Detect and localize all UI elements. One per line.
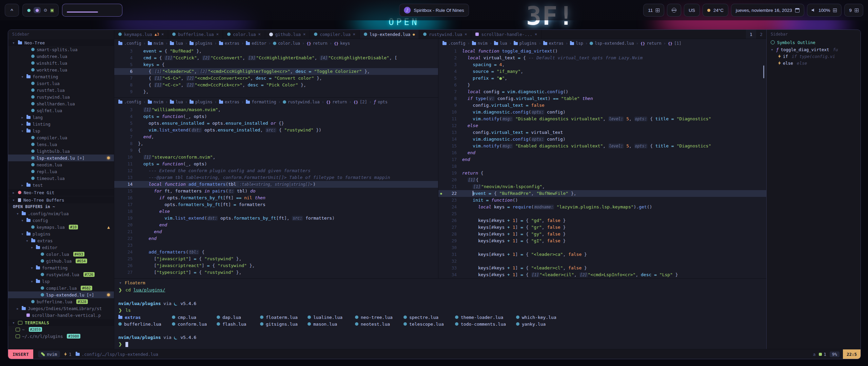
- section-neo-tree[interactable]: ▾Neo-Tree: [8, 39, 114, 46]
- code-line-9[interactable]: 9{: [114, 147, 438, 154]
- tree-item-lightbulb-lua[interactable]: lightbulb.lua: [8, 148, 114, 155]
- code-line-25[interactable]: 25: [438, 210, 766, 217]
- tree-item-plugins[interactable]: ▾plugins: [8, 230, 114, 237]
- code-line-15[interactable]: 15 vim.notify(msg: "Enabled diagnostics …: [438, 143, 766, 149]
- tree-item-rustywind-lua[interactable]: rustywind.lua: [8, 94, 114, 100]
- code-line-8[interactable]: 8 { [1]"<C-c>", [2]"<cmd>CccPick<cr>", d…: [114, 82, 438, 88]
- code-line-6[interactable]: 6 }: [438, 82, 766, 88]
- close-icon[interactable]: ×: [303, 32, 305, 37]
- code-line-24[interactable]: 24 add_formatters(tbl: {: [114, 249, 438, 256]
- chevron-icon[interactable]: ▸: [20, 116, 24, 119]
- scrollbar-handle[interactable]: [763, 65, 764, 78]
- code-line-32[interactable]: 32: [438, 258, 766, 265]
- tree-item-neodim-lua[interactable]: neodim.lua: [8, 161, 114, 168]
- code-line-29[interactable]: 29 keys[#keys + 1] = { "gI", false }: [438, 238, 766, 244]
- tree-item-smart-splits-lua[interactable]: smart-splits.lua: [8, 46, 114, 53]
- tree-item-extras[interactable]: ▾extras: [8, 237, 114, 244]
- close-icon[interactable]: ×: [535, 32, 537, 37]
- section-terminals[interactable]: ▾TERMINALS: [8, 319, 114, 326]
- outline-item-else[interactable]: elseelse: [767, 60, 861, 66]
- workspace-3-icon[interactable]: ⊙: [44, 8, 47, 12]
- editor-pane-lsp-extended-lua[interactable]: .config›nvim›lua›plugins›extras›lsp›lsp-…: [438, 39, 766, 278]
- code-line-18[interactable]: 18 else: [114, 208, 438, 215]
- section-neo-tree-git[interactable]: ▸Neo-Tree Git: [8, 189, 114, 196]
- code-line-3[interactable]: 3 spacing = 4,: [438, 61, 766, 68]
- outline-item-if[interactable]: ifif type(config.vi: [767, 53, 861, 60]
- floaterm-panel[interactable]: ▾Floaterm❯cd lua/plugins/nvim/lua/plugin…: [114, 278, 766, 349]
- code-line-5[interactable]: 5 prefix = "●",: [438, 75, 766, 82]
- tree-item-linting[interactable]: ▸linting: [8, 121, 114, 127]
- chevron-icon[interactable]: ▾: [12, 198, 16, 202]
- code-line-34[interactable]: 34 keys[#keys + 1] = { [1]"<leader>cil",…: [438, 271, 766, 278]
- code-line-28[interactable]: 28 keys[#keys + 1] = { "gy", false }: [438, 231, 766, 238]
- editor-pane-rustywind-lua[interactable]: .config›nvim›lua›plugins›extras›formatti…: [114, 98, 438, 278]
- tree-item-lsp[interactable]: ▾lsp: [8, 127, 114, 134]
- chevron-icon[interactable]: ▸: [20, 183, 24, 187]
- workspace-1-icon[interactable]: ●: [27, 8, 31, 12]
- code-line-24[interactable]: 24 local keys = require(modname: "lazyvi…: [438, 204, 766, 210]
- chevron-icon[interactable]: ▾: [118, 281, 122, 285]
- code-line-7[interactable]: 7 { [1]"<S-C>", [2]"<cmd>CccConvert<cr>"…: [114, 75, 438, 82]
- workspace-switcher[interactable]: ● ● ⊙ ▣: [22, 4, 59, 17]
- tree-item-keymaps-lua[interactable]: keymaps.lua#10▲: [8, 224, 114, 230]
- chevron-icon[interactable]: ▾: [770, 48, 774, 52]
- code-line-23[interactable]: 23 init = function(): [438, 197, 766, 204]
- tree-item-config[interactable]: ▾config: [8, 217, 114, 224]
- tree-item-worktree-lua[interactable]: worktree.lua: [8, 66, 114, 73]
- tree-item-lsp-extended-lu[interactable]: lsp-extended.lu[+]: [8, 155, 114, 161]
- code-line-16[interactable]: 16 if opts.formatters_by_ft[ft] == nil t…: [114, 195, 438, 201]
- code-line-25[interactable]: 25 ["javascript"] = { "rustywind" },: [114, 256, 438, 262]
- tree-item-juegos-indies-steamlibrary-st[interactable]: ▸Juegos/Indies/SteamLibrary/st: [8, 305, 114, 312]
- keyboard-globe-module[interactable]: [667, 4, 681, 17]
- code-line-33[interactable]: 33 keys[#keys + 1] = { "<leader>cl", fal…: [438, 265, 766, 271]
- volume-module[interactable]: 100%: [807, 4, 842, 17]
- close-icon[interactable]: ×: [353, 32, 355, 37]
- tree-item-rustfmt-lua[interactable]: rustfmt.lua: [8, 87, 114, 94]
- code-line-8[interactable]: 8},: [114, 140, 438, 147]
- code-line-22[interactable]: 22 end: [114, 235, 438, 242]
- code-line-6[interactable]: 6 vim.list_extend(dst: opts.ensure_insta…: [114, 127, 438, 134]
- terminal-item-2859[interactable]: ~#2859: [8, 326, 114, 333]
- tabpage-1[interactable]: 1: [746, 30, 756, 39]
- workspace-2-icon[interactable]: ●: [34, 7, 40, 13]
- close-icon[interactable]: ×: [161, 32, 164, 37]
- code-line-18[interactable]: 18: [438, 163, 766, 170]
- keyboard-layout-module[interactable]: US: [684, 4, 700, 17]
- editor-pane-color-lua[interactable]: .config›nvim›lua›plugins›extras›editor›c…: [114, 39, 438, 98]
- workspace-4-icon[interactable]: ▣: [50, 8, 54, 12]
- code-line-13[interactable]: 13 ---@param tbl table<string, conform.F…: [114, 174, 438, 181]
- code-line-12[interactable]: 12 --- Extend the conform plugin config …: [114, 167, 438, 174]
- code-line-10[interactable]: 10 [1]"stevearc/conform.nvim",: [114, 154, 438, 161]
- tree-item-rustywind-lua[interactable]: rustywind.lua#726: [8, 271, 114, 278]
- code-area-lsp-extended-lua[interactable]: 1local function toggle_diag_virtext()2 l…: [438, 48, 766, 278]
- launcher-button[interactable]: ^: [5, 4, 19, 17]
- code-line-30[interactable]: 30: [438, 244, 766, 251]
- chevron-icon[interactable]: ▾: [20, 75, 24, 79]
- tree-item-config-nvim-lua[interactable]: ▾.config/nvim/lua: [8, 210, 114, 217]
- code-line-15[interactable]: 15 for ft, formatters in pairs(t: tbl) d…: [114, 188, 438, 195]
- tree-item-color-lua[interactable]: color.lua#493: [8, 251, 114, 258]
- code-line-9[interactable]: 9 config.virtual_text = false: [438, 102, 766, 109]
- code-line-3[interactable]: 3 [1]"williamboman/mason.nvim",: [114, 106, 438, 113]
- tab-keymaps-lua[interactable]: keymaps.lua▲3×: [114, 30, 168, 39]
- tray-module[interactable]: 9: [844, 4, 863, 17]
- code-line-26[interactable]: 26 keys[#keys + 1] = { "gd", false }: [438, 217, 766, 224]
- code-line-5[interactable]: 5 opts.ensure_installed = opts.ensure_in…: [114, 120, 438, 127]
- tree-item-shellharden-lua[interactable]: shellharden.lua: [8, 100, 114, 107]
- tab-lsp-extended-lua[interactable]: lsp-extended.lua●: [360, 30, 419, 39]
- code-area-rustywind-lua[interactable]: 3 [1]"williamboman/mason.nvim",4 opts = …: [114, 106, 438, 278]
- close-icon[interactable]: ×: [216, 32, 219, 37]
- date-module[interactable]: jueves, noviembre 16, 2023: [731, 4, 804, 17]
- tab-rustywind-lua[interactable]: rustywind.lua×: [419, 30, 471, 39]
- code-line-7[interactable]: 7 end,: [114, 134, 438, 140]
- code-line-27[interactable]: 27 keys[#keys + 1] = { "gr", false }: [438, 224, 766, 231]
- code-line-19[interactable]: 19 vim.list_extend(dst: opts.formatters_…: [114, 215, 438, 222]
- close-icon[interactable]: ×: [465, 32, 467, 37]
- tree-item-lsp-extended-lu[interactable]: lsp-extended.lu[+]: [8, 291, 114, 298]
- chevron-icon[interactable]: ▾: [16, 212, 20, 216]
- chevron-icon[interactable]: ▾: [12, 321, 16, 325]
- chevron-icon[interactable]: ▾: [20, 219, 24, 222]
- tree-item-lens-lua[interactable]: lens.lua: [8, 141, 114, 148]
- code-line-21[interactable]: 21 [1]"neovim/nvim-lspconfig",: [438, 183, 766, 190]
- tree-item-github-lua[interactable]: github.lua#654: [8, 258, 114, 264]
